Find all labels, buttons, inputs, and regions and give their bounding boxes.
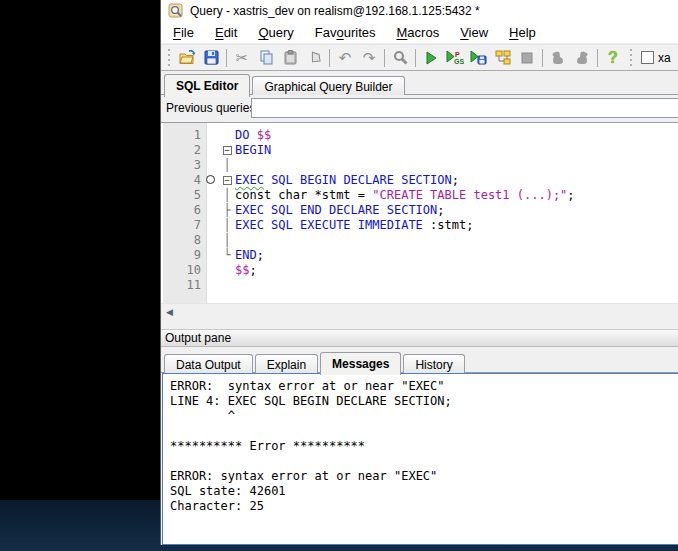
code-line-3[interactable]: 3│ (161, 158, 678, 173)
open-file-icon[interactable] (175, 47, 199, 69)
menu-item-edit[interactable]: Edit (215, 25, 237, 40)
code-lines[interactable]: 1DO $$2−BEGIN3│4−EXEC SQL BEGIN DECLARE … (161, 128, 678, 293)
fold-margin[interactable]: − (219, 173, 235, 188)
menu-item-file[interactable]: File (173, 25, 194, 40)
execute-to-file-icon[interactable] (467, 47, 491, 69)
marker-margin (201, 248, 219, 263)
save-icon[interactable] (199, 47, 223, 69)
code-text: BEGIN (235, 143, 271, 158)
code-line-8[interactable]: 8│ (161, 233, 678, 248)
redo-icon[interactable]: ↷ (357, 47, 381, 69)
query-window-icon[interactable] (168, 3, 184, 19)
fold-margin (219, 128, 235, 143)
line-number: 10 (161, 263, 201, 278)
marker-margin (201, 263, 219, 278)
execute-query-icon[interactable] (419, 47, 443, 69)
previous-queries-combo[interactable] (251, 98, 678, 118)
code-line-1[interactable]: 1DO $$ (161, 128, 678, 143)
code-text: EXEC SQL EXECUTE IMMEDIATE :stmt; (235, 218, 473, 233)
code-text: const char *stmt = "CREATE TABLE test1 (… (235, 188, 575, 203)
fold-margin (219, 263, 235, 278)
marker-margin (201, 218, 219, 233)
clear-window-icon[interactable] (302, 47, 326, 69)
line-number: 3 (161, 158, 201, 173)
rollback-icon[interactable] (570, 47, 594, 69)
marker-margin (201, 278, 219, 293)
code-text: END; (235, 248, 264, 263)
sql-editor[interactable]: 1DO $$2−BEGIN3│4−EXEC SQL BEGIN DECLARE … (161, 122, 678, 303)
help-icon[interactable]: ? (601, 47, 625, 69)
copy-icon[interactable] (254, 47, 278, 69)
line-number: 8 (161, 233, 201, 248)
xa-checkbox[interactable]: xa (641, 51, 671, 65)
paste-icon[interactable] (278, 47, 302, 69)
window-title: Query - xastris_dev on realism@192.168.1… (190, 4, 480, 18)
editor-tabstrip: SQL EditorGraphical Query Builder (161, 71, 678, 95)
menu-item-favourites[interactable]: Favourites (315, 25, 376, 40)
output-tab-messages[interactable]: Messages (320, 352, 401, 375)
fold-margin: │ (219, 218, 235, 233)
code-line-7[interactable]: 7│EXEC SQL EXECUTE IMMEDIATE :stmt; (161, 218, 678, 233)
undo-icon[interactable]: ↶ (333, 47, 357, 69)
code-line-10[interactable]: 10$$; (161, 263, 678, 278)
pane-splitter[interactable] (161, 320, 678, 329)
cut-icon[interactable]: ✂ (230, 47, 254, 69)
fold-margin: ├ (219, 203, 235, 218)
toolbar-separator (415, 49, 416, 67)
execute-pgscript-icon[interactable]: P GS (443, 47, 467, 69)
fold-margin: └ (219, 248, 235, 263)
scroll-left-arrow-icon[interactable]: ◀ (161, 304, 178, 320)
menu-item-view[interactable]: View (460, 25, 488, 40)
marker-margin (201, 143, 219, 158)
scroll-track[interactable] (178, 304, 678, 320)
menu-bar: FileEditQueryFavouritesMacrosViewHelp (161, 22, 678, 44)
editor-hscrollbar[interactable]: ◀ (161, 303, 678, 320)
fold-margin[interactable]: − (219, 143, 235, 158)
circle-marker-icon (206, 175, 215, 184)
menu-item-macros[interactable]: Macros (397, 25, 440, 40)
fold-margin (219, 278, 235, 293)
toolbar-separator (329, 49, 330, 67)
menu-item-help[interactable]: Help (509, 25, 536, 40)
line-number: 6 (161, 203, 201, 218)
code-text: EXEC SQL END DECLARE SECTION; (235, 203, 445, 218)
marker-margin (201, 158, 219, 173)
marker-margin (201, 203, 219, 218)
line-number: 9 (161, 248, 201, 263)
code-line-9[interactable]: 9└END; (161, 248, 678, 263)
code-line-11[interactable]: 11 (161, 278, 678, 293)
find-icon[interactable] (388, 47, 412, 69)
output-tabstrip: Data OutputExplainMessagesHistory (161, 349, 678, 373)
messages-text: ERROR: syntax error at or near "EXEC" LI… (170, 379, 678, 514)
code-text: $$; (235, 263, 257, 278)
fold-margin: │ (219, 188, 235, 203)
fold-margin: │ (219, 233, 235, 248)
toolbar-gripper[interactable] (628, 49, 634, 67)
toolbar-separator (597, 49, 598, 67)
fold-collapse-icon[interactable]: − (223, 176, 232, 185)
tab-sql-editor[interactable]: SQL Editor (164, 74, 250, 97)
code-text: DO $$ (235, 128, 271, 143)
code-line-6[interactable]: 6├EXEC SQL END DECLARE SECTION; (161, 203, 678, 218)
checkbox-label: xa (658, 51, 671, 65)
checkbox-icon[interactable] (641, 51, 654, 64)
marker-margin (201, 188, 219, 203)
toolbar-gripper[interactable] (166, 49, 172, 67)
fold-collapse-icon[interactable]: − (223, 146, 232, 155)
menu-item-query[interactable]: Query (258, 25, 293, 40)
explain-query-icon[interactable] (491, 47, 515, 69)
commit-icon[interactable] (546, 47, 570, 69)
toolbar-separator (226, 49, 227, 67)
toolbar-separator (384, 49, 385, 67)
code-line-2[interactable]: 2−BEGIN (161, 143, 678, 158)
line-number: 11 (161, 278, 201, 293)
previous-queries-row: Previous queries (161, 95, 678, 121)
cancel-query-icon[interactable] (515, 47, 539, 69)
line-number: 2 (161, 143, 201, 158)
code-line-5[interactable]: 5│const char *stmt = "CREATE TABLE test1… (161, 188, 678, 203)
query-tool-window: Query - xastris_dev on realism@192.168.1… (160, 0, 678, 545)
code-line-4[interactable]: 4−EXEC SQL BEGIN DECLARE SECTION; (161, 173, 678, 188)
fold-margin: │ (219, 158, 235, 173)
svg-text:P: P (455, 51, 460, 58)
messages-panel[interactable]: ERROR: syntax error at or near "EXEC" LI… (162, 373, 678, 545)
